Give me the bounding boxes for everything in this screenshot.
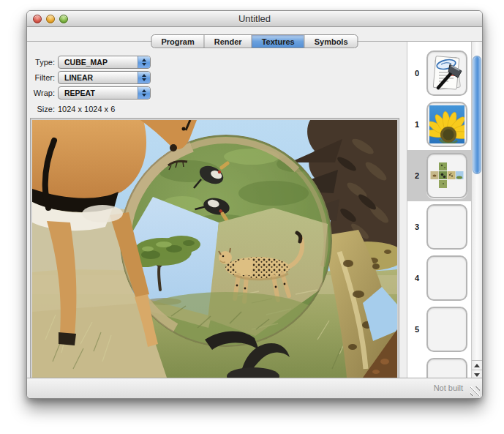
filter-popup[interactable]: LINEAR <box>58 71 151 84</box>
filter-row: Filter: LINEAR <box>31 71 151 84</box>
scrollbar-buttons <box>472 360 482 379</box>
tab-textures[interactable]: Textures <box>252 35 305 48</box>
scrollbar-thumb[interactable] <box>473 56 481 174</box>
texture-slot-0[interactable]: 0 <box>407 48 472 99</box>
type-popup[interactable]: CUBE_MAP <box>58 56 151 69</box>
type-label: Type: <box>31 58 55 67</box>
filter-popup-value: LINEAR <box>59 72 150 83</box>
slot-index: 3 <box>407 222 426 231</box>
scroll-up-icon[interactable] <box>472 360 482 370</box>
type-row: Type: CUBE_MAP <box>31 56 151 69</box>
texture-preview <box>31 119 399 379</box>
slot-index: 2 <box>407 171 426 180</box>
wrap-label: Wrap: <box>31 89 55 97</box>
resize-grip[interactable] <box>470 386 480 396</box>
size-label: Size: <box>31 105 55 113</box>
desktop-background: Untitled Program Render Textures Symbols… <box>0 0 504 434</box>
texture-slot-1[interactable]: 1 <box>407 99 472 150</box>
cube-map-preview-render <box>32 120 397 378</box>
slot-index: 1 <box>407 120 426 129</box>
tab-render[interactable]: Render <box>205 35 252 48</box>
texture-slot-6[interactable]: 6 <box>407 355 472 379</box>
slot-index: 4 <box>407 274 426 283</box>
texture-slot-4[interactable]: 4 <box>407 252 472 304</box>
cube-map-cross[interactable] <box>426 153 467 198</box>
empty-texture-thumbnail[interactable] <box>426 307 467 352</box>
tab-program[interactable]: Program <box>151 35 204 48</box>
vertical-scrollbar[interactable] <box>471 42 482 379</box>
opengl-shader-builder-icon[interactable] <box>426 50 467 96</box>
empty-texture-thumbnail[interactable] <box>426 255 467 301</box>
empty-texture-thumbnail[interactable] <box>426 358 467 379</box>
minimize-button[interactable] <box>46 15 55 23</box>
size-row: Size: 1024 x 1024 x 6 <box>31 102 115 116</box>
tab-symbols[interactable]: Symbols <box>305 35 358 48</box>
texture-slot-2[interactable]: 2 <box>407 150 472 201</box>
zoom-button[interactable] <box>59 15 68 23</box>
texture-list: 0 <box>407 42 482 379</box>
texture-slot-3[interactable]: 3 <box>407 201 472 252</box>
popup-stepper-icon <box>138 56 150 68</box>
popup-stepper-icon <box>138 87 150 99</box>
filter-label: Filter: <box>31 73 55 82</box>
window-content: Program Render Textures Symbols Type: CU… <box>27 27 482 398</box>
popup-stepper-icon <box>138 72 150 83</box>
slot-index: 0 <box>407 69 426 78</box>
empty-texture-thumbnail[interactable] <box>426 204 467 250</box>
texture-slot-5[interactable]: 5 <box>407 304 472 355</box>
view-tabs: Program Render Textures Symbols <box>151 34 358 48</box>
texture-slots: 0 <box>407 42 472 379</box>
slot-index: 5 <box>407 325 426 334</box>
app-window: Untitled Program Render Textures Symbols… <box>26 10 483 399</box>
close-button[interactable] <box>33 15 42 23</box>
type-popup-value: CUBE_MAP <box>59 56 150 68</box>
size-value: 1024 x 1024 x 6 <box>58 105 115 113</box>
sunflower-photo[interactable] <box>426 102 467 147</box>
wrap-popup-value: REPEAT <box>59 87 150 99</box>
window-title: Untitled <box>27 11 482 26</box>
status-text: Not built <box>434 378 463 398</box>
traffic-lights <box>33 15 68 23</box>
window-titlebar[interactable]: Untitled <box>27 11 482 27</box>
wrap-row: Wrap: REPEAT <box>31 86 151 100</box>
status-bar: Not built <box>27 378 482 398</box>
wrap-popup[interactable]: REPEAT <box>58 86 151 100</box>
